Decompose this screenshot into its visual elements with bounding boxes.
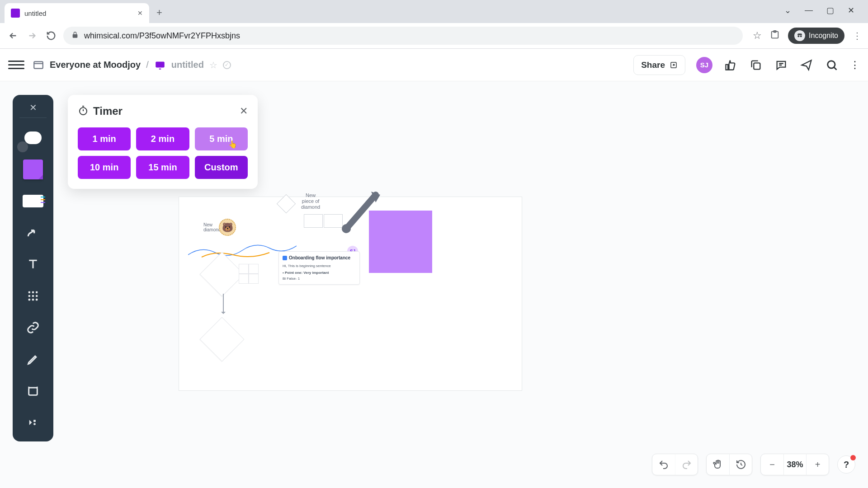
canvas-shape-diamond[interactable] xyxy=(200,317,245,362)
tool-more[interactable] xyxy=(20,411,46,434)
browser-menu-icon[interactable]: ⋮ xyxy=(853,30,862,41)
bottom-controls: − 38% + ? xyxy=(652,454,855,475)
new-tab-button[interactable]: + xyxy=(156,7,162,23)
timer-options: 1 min 2 min 5 min 10 min 15 min Custom xyxy=(78,127,248,179)
svg-point-21 xyxy=(342,224,351,233)
address-bar[interactable]: whimsical.com/P3f5owNMFvr2YFPHxsbjns xyxy=(63,27,743,45)
share-button[interactable]: Share xyxy=(633,55,685,75)
tool-connector[interactable] xyxy=(20,221,46,244)
back-button[interactable] xyxy=(6,29,20,42)
window-controls: ⌄ — ▢ ✕ xyxy=(771,0,868,21)
timer-close-icon[interactable]: ✕ xyxy=(240,105,248,117)
comment-overlay-icon xyxy=(17,141,28,152)
hand-tool-button[interactable] xyxy=(707,454,729,475)
send-button[interactable] xyxy=(799,58,814,72)
timer-title: Timer xyxy=(93,105,235,117)
zoom-in-button[interactable]: + xyxy=(806,454,829,475)
app-body: ✕ Timer ✕ 1 min 2 min 5 min 10 min 15 mi… xyxy=(0,81,868,488)
forward-button[interactable] xyxy=(25,29,39,42)
chevron-down-icon[interactable]: ⌄ xyxy=(784,5,791,15)
zoom-out-button[interactable]: − xyxy=(761,454,783,475)
user-avatar[interactable]: SJ xyxy=(696,57,712,73)
timer-2min-button[interactable]: 2 min xyxy=(136,127,189,150)
copy-button[interactable] xyxy=(749,58,763,72)
star-icon[interactable]: ☆ xyxy=(753,30,762,42)
canvas-bear-label[interactable]: New diamond xyxy=(203,222,221,232)
like-button[interactable] xyxy=(723,58,738,72)
pan-history-group xyxy=(706,454,752,475)
tab-strip: untitled ✕ + ⌄ — ▢ ✕ xyxy=(0,0,868,23)
canvas-shape-grid[interactable] xyxy=(239,264,259,284)
canvas-doc-card[interactable]: Onboarding flow importance Hi, This is b… xyxy=(278,251,360,285)
zoom-group: − 38% + xyxy=(760,454,829,475)
breadcrumb-doc-title[interactable]: untitled xyxy=(171,60,204,70)
search-button[interactable] xyxy=(825,58,839,72)
timer-custom-button[interactable]: Custom xyxy=(195,156,248,179)
url-text: whimsical.com/P3f5owNMFvr2YFPHxsbjns xyxy=(84,31,240,41)
tool-draw[interactable] xyxy=(20,347,46,371)
tool-frame[interactable] xyxy=(20,379,46,403)
svg-point-13 xyxy=(32,295,34,297)
history-button[interactable] xyxy=(729,454,752,475)
canvas-card-line: Hi, This is beginning sentence xyxy=(283,264,356,268)
undo-redo-group xyxy=(652,454,698,475)
timer-5min-button[interactable]: 5 min xyxy=(195,127,248,150)
minimize-icon[interactable]: — xyxy=(805,5,813,15)
help-button[interactable]: ? xyxy=(837,455,855,474)
app-menu-icon[interactable]: ⋮ xyxy=(850,59,860,71)
svg-rect-18 xyxy=(29,388,38,395)
undo-button[interactable] xyxy=(652,454,675,475)
canvas-card-title: Onboarding flow importance xyxy=(283,255,356,260)
tool-sticky-note[interactable] xyxy=(20,158,46,181)
zoom-level[interactable]: 38% xyxy=(783,454,806,475)
timer-1min-button[interactable]: 1 min xyxy=(78,127,131,150)
wireframe-icon xyxy=(23,195,43,207)
svg-point-10 xyxy=(32,291,34,294)
canvas-arrow-connector[interactable] xyxy=(223,294,224,314)
canvas-card-line: Bi False- 1 xyxy=(283,277,356,281)
tool-wireframe[interactable] xyxy=(20,189,46,213)
toolbar-close-icon[interactable]: ✕ xyxy=(19,102,47,118)
svg-point-14 xyxy=(36,295,38,297)
canvas-board[interactable]: New piece of diamond New diamond 🐻 SJ On… xyxy=(179,197,522,391)
tool-table[interactable] xyxy=(20,284,46,308)
cursor-pointer-icon: 👆 xyxy=(228,140,237,149)
breadcrumb-separator: / xyxy=(146,60,149,70)
svg-point-2 xyxy=(797,35,799,37)
timer-15min-button[interactable]: 15 min xyxy=(136,156,189,179)
tool-link[interactable] xyxy=(20,316,46,339)
tab-close-icon[interactable]: ✕ xyxy=(137,9,143,17)
close-window-icon[interactable]: ✕ xyxy=(848,5,854,15)
browser-tab[interactable]: untitled ✕ xyxy=(5,3,149,23)
tab-title: untitled xyxy=(24,9,133,17)
incognito-icon xyxy=(794,30,805,41)
incognito-badge[interactable]: Incognito xyxy=(788,28,844,44)
comments-button[interactable] xyxy=(774,58,788,72)
favicon-icon xyxy=(11,9,20,18)
tool-comment[interactable] xyxy=(20,126,46,150)
share-arrow-icon xyxy=(670,61,678,69)
board-icon xyxy=(154,59,166,71)
canvas-purple-rect[interactable] xyxy=(369,211,432,273)
address-right: ☆ Incognito ⋮ xyxy=(753,28,862,44)
app-header: Everyone at Moodjoy / untitled ☆ ✓ Share… xyxy=(0,49,868,81)
share-label: Share xyxy=(641,60,665,70)
maximize-icon[interactable]: ▢ xyxy=(826,5,834,15)
menu-button[interactable] xyxy=(8,57,24,73)
canvas-shape-rect[interactable] xyxy=(304,214,323,228)
svg-point-12 xyxy=(28,295,31,297)
canvas-shape-diamond-small[interactable] xyxy=(277,194,296,213)
timer-10min-button[interactable]: 10 min xyxy=(78,156,131,179)
svg-rect-7 xyxy=(754,63,760,69)
canvas-bear-avatar[interactable]: 🐻 xyxy=(219,219,236,236)
redo-button[interactable] xyxy=(675,454,698,475)
browser-chrome: untitled ✕ + ⌄ — ▢ ✕ whimsical.com/P3f5o… xyxy=(0,0,868,49)
comment-bubble-icon xyxy=(24,131,42,144)
canvas-text-label[interactable]: New piece of diamond xyxy=(301,192,320,211)
breadcrumb-team[interactable]: Everyone at Moodjoy xyxy=(50,60,141,70)
sync-status-icon[interactable]: ✓ xyxy=(223,61,231,69)
extensions-icon[interactable] xyxy=(770,30,780,42)
favorite-star-icon[interactable]: ☆ xyxy=(209,60,217,70)
tool-text[interactable] xyxy=(20,253,46,276)
reload-button[interactable] xyxy=(44,29,58,42)
